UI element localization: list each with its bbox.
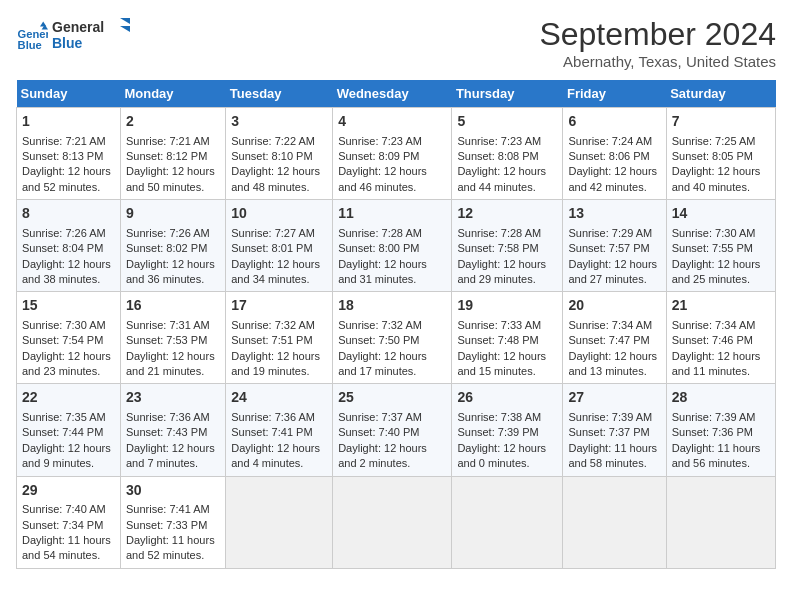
- svg-text:General: General: [52, 19, 104, 35]
- day-number: 9: [126, 204, 220, 224]
- daylight-text: Daylight: 11 hours and 58 minutes.: [568, 442, 657, 469]
- calendar-header-row: SundayMondayTuesdayWednesdayThursdayFrid…: [17, 80, 776, 108]
- sunset-text: Sunset: 7:33 PM: [126, 519, 207, 531]
- calendar-cell: 10Sunrise: 7:27 AMSunset: 8:01 PMDayligh…: [226, 200, 333, 292]
- sunrise-text: Sunrise: 7:23 AM: [338, 135, 422, 147]
- daylight-text: Daylight: 12 hours and 52 minutes.: [22, 165, 111, 192]
- daylight-text: Daylight: 12 hours and 21 minutes.: [126, 350, 215, 377]
- sunset-text: Sunset: 7:37 PM: [568, 426, 649, 438]
- sunset-text: Sunset: 8:13 PM: [22, 150, 103, 162]
- daylight-text: Daylight: 12 hours and 48 minutes.: [231, 165, 320, 192]
- sunrise-text: Sunrise: 7:33 AM: [457, 319, 541, 331]
- calendar-cell: 3Sunrise: 7:22 AMSunset: 8:10 PMDaylight…: [226, 108, 333, 200]
- sunset-text: Sunset: 7:34 PM: [22, 519, 103, 531]
- calendar-cell: 17Sunrise: 7:32 AMSunset: 7:51 PMDayligh…: [226, 292, 333, 384]
- sunset-text: Sunset: 7:55 PM: [672, 242, 753, 254]
- daylight-text: Daylight: 12 hours and 46 minutes.: [338, 165, 427, 192]
- day-header-friday: Friday: [563, 80, 666, 108]
- daylight-text: Daylight: 12 hours and 0 minutes.: [457, 442, 546, 469]
- calendar-cell: [226, 476, 333, 568]
- daylight-text: Daylight: 12 hours and 15 minutes.: [457, 350, 546, 377]
- sunrise-text: Sunrise: 7:23 AM: [457, 135, 541, 147]
- sunset-text: Sunset: 8:01 PM: [231, 242, 312, 254]
- daylight-text: Daylight: 12 hours and 4 minutes.: [231, 442, 320, 469]
- calendar-cell: 4Sunrise: 7:23 AMSunset: 8:09 PMDaylight…: [333, 108, 452, 200]
- day-number: 28: [672, 388, 770, 408]
- daylight-text: Daylight: 12 hours and 7 minutes.: [126, 442, 215, 469]
- sunset-text: Sunset: 8:00 PM: [338, 242, 419, 254]
- week-row-2: 8Sunrise: 7:26 AMSunset: 8:04 PMDaylight…: [17, 200, 776, 292]
- sunrise-text: Sunrise: 7:39 AM: [672, 411, 756, 423]
- day-number: 15: [22, 296, 115, 316]
- day-number: 23: [126, 388, 220, 408]
- sunrise-text: Sunrise: 7:35 AM: [22, 411, 106, 423]
- calendar-cell: 1Sunrise: 7:21 AMSunset: 8:13 PMDaylight…: [17, 108, 121, 200]
- sunrise-text: Sunrise: 7:38 AM: [457, 411, 541, 423]
- day-number: 26: [457, 388, 557, 408]
- day-header-sunday: Sunday: [17, 80, 121, 108]
- calendar-cell: 13Sunrise: 7:29 AMSunset: 7:57 PMDayligh…: [563, 200, 666, 292]
- week-row-5: 29Sunrise: 7:40 AMSunset: 7:34 PMDayligh…: [17, 476, 776, 568]
- calendar-subtitle: Abernathy, Texas, United States: [539, 53, 776, 70]
- calendar-title: September 2024: [539, 16, 776, 53]
- calendar-cell: 30Sunrise: 7:41 AMSunset: 7:33 PMDayligh…: [120, 476, 225, 568]
- day-number: 27: [568, 388, 660, 408]
- day-number: 11: [338, 204, 446, 224]
- daylight-text: Daylight: 12 hours and 50 minutes.: [126, 165, 215, 192]
- sunset-text: Sunset: 7:57 PM: [568, 242, 649, 254]
- calendar-cell: [333, 476, 452, 568]
- daylight-text: Daylight: 11 hours and 52 minutes.: [126, 534, 215, 561]
- calendar-cell: 18Sunrise: 7:32 AMSunset: 7:50 PMDayligh…: [333, 292, 452, 384]
- calendar-cell: 15Sunrise: 7:30 AMSunset: 7:54 PMDayligh…: [17, 292, 121, 384]
- sunrise-text: Sunrise: 7:25 AM: [672, 135, 756, 147]
- calendar-body: 1Sunrise: 7:21 AMSunset: 8:13 PMDaylight…: [17, 108, 776, 569]
- day-number: 8: [22, 204, 115, 224]
- svg-text:Blue: Blue: [18, 39, 42, 51]
- day-number: 1: [22, 112, 115, 132]
- daylight-text: Daylight: 11 hours and 56 minutes.: [672, 442, 761, 469]
- sunrise-text: Sunrise: 7:34 AM: [672, 319, 756, 331]
- daylight-text: Daylight: 12 hours and 42 minutes.: [568, 165, 657, 192]
- day-number: 4: [338, 112, 446, 132]
- sunrise-text: Sunrise: 7:28 AM: [338, 227, 422, 239]
- sunrise-text: Sunrise: 7:21 AM: [126, 135, 210, 147]
- sunrise-text: Sunrise: 7:36 AM: [231, 411, 315, 423]
- logo-svg: General Blue: [52, 16, 132, 52]
- day-number: 29: [22, 481, 115, 501]
- daylight-text: Daylight: 12 hours and 40 minutes.: [672, 165, 761, 192]
- day-number: 20: [568, 296, 660, 316]
- day-number: 21: [672, 296, 770, 316]
- sunset-text: Sunset: 7:40 PM: [338, 426, 419, 438]
- sunrise-text: Sunrise: 7:26 AM: [126, 227, 210, 239]
- daylight-text: Daylight: 12 hours and 31 minutes.: [338, 258, 427, 285]
- sunrise-text: Sunrise: 7:24 AM: [568, 135, 652, 147]
- calendar-cell: 24Sunrise: 7:36 AMSunset: 7:41 PMDayligh…: [226, 384, 333, 476]
- day-number: 30: [126, 481, 220, 501]
- day-number: 17: [231, 296, 327, 316]
- day-header-wednesday: Wednesday: [333, 80, 452, 108]
- sunset-text: Sunset: 7:39 PM: [457, 426, 538, 438]
- day-header-tuesday: Tuesday: [226, 80, 333, 108]
- calendar-cell: 28Sunrise: 7:39 AMSunset: 7:36 PMDayligh…: [666, 384, 775, 476]
- day-number: 24: [231, 388, 327, 408]
- calendar-cell: 23Sunrise: 7:36 AMSunset: 7:43 PMDayligh…: [120, 384, 225, 476]
- sunset-text: Sunset: 8:04 PM: [22, 242, 103, 254]
- day-number: 22: [22, 388, 115, 408]
- calendar-cell: 14Sunrise: 7:30 AMSunset: 7:55 PMDayligh…: [666, 200, 775, 292]
- logo-icon: General Blue: [16, 20, 48, 52]
- daylight-text: Daylight: 12 hours and 34 minutes.: [231, 258, 320, 285]
- svg-marker-2: [40, 22, 46, 27]
- svg-marker-6: [120, 18, 130, 24]
- sunset-text: Sunset: 7:53 PM: [126, 334, 207, 346]
- daylight-text: Daylight: 12 hours and 38 minutes.: [22, 258, 111, 285]
- week-row-4: 22Sunrise: 7:35 AMSunset: 7:44 PMDayligh…: [17, 384, 776, 476]
- sunset-text: Sunset: 7:54 PM: [22, 334, 103, 346]
- day-number: 5: [457, 112, 557, 132]
- day-number: 18: [338, 296, 446, 316]
- sunrise-text: Sunrise: 7:22 AM: [231, 135, 315, 147]
- sunrise-text: Sunrise: 7:27 AM: [231, 227, 315, 239]
- sunset-text: Sunset: 7:36 PM: [672, 426, 753, 438]
- sunset-text: Sunset: 8:05 PM: [672, 150, 753, 162]
- sunset-text: Sunset: 7:43 PM: [126, 426, 207, 438]
- title-section: September 2024 Abernathy, Texas, United …: [539, 16, 776, 70]
